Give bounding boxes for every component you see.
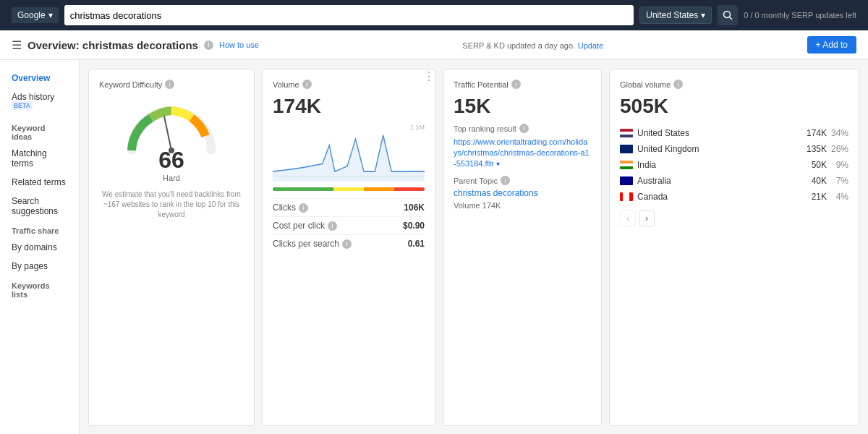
traffic-card: Traffic Potential i 15K Top ranking resu… [443,69,602,426]
page-title-area: ☰ Overview: christmas decorations i How … [12,38,259,52]
country-name-us: United States [620,128,798,138]
search-button[interactable] [718,5,738,25]
update-link[interactable]: Update [578,41,603,50]
cps-value: 0.61 [408,239,425,249]
flag-in [620,161,633,169]
nav-arrows: ‹ › [620,210,848,226]
sidebar-item-matching-terms[interactable]: Matching terms [0,144,79,173]
cps-row: Clicks per search i 0.61 [273,234,425,252]
search-input-wrap [64,5,634,25]
serp-updates-info: 0 / 0 monthly SERP updates left [744,11,856,20]
parent-topic-label: Parent Topic i [454,176,591,185]
country-volume-us: 174K [798,128,827,138]
pb-yellow [333,187,364,191]
cps-label: Clicks per search i [273,239,352,249]
gauge-container: 66 Hard [99,96,244,182]
clicks-row: Clicks i 106K [273,198,425,216]
location-dropdown-icon: ▾ [701,10,705,20]
pb-orange [364,187,394,191]
clicks-info-icon[interactable]: i [299,203,308,213]
volume-line-chart [273,124,425,182]
next-button[interactable]: › [639,210,655,226]
flag-us [620,129,633,137]
search-input[interactable] [70,10,629,21]
cpc-value: $0.90 [403,221,425,231]
kd-info-icon[interactable]: i [165,80,174,89]
clicks-label: Clicks i [273,203,308,213]
kd-difficulty-text: Hard [163,174,180,182]
parent-topic-info-icon[interactable]: i [501,176,510,185]
top-ranking-url[interactable]: https://www.orientaltrading.com/holidays… [454,137,590,168]
engine-dropdown-icon: ▾ [48,10,53,20]
sidebar-item-by-pages[interactable]: By pages [0,257,79,276]
svg-marker-5 [273,135,425,182]
result-dropdown[interactable]: ▾ [496,160,500,168]
global-info-icon[interactable]: i [673,80,683,89]
country-name-in: India [620,160,798,170]
flag-uk [620,145,633,153]
traffic-value: 15K [454,95,591,118]
how-to-use-link[interactable]: How to use [219,41,259,49]
volume-value: 174K [273,95,425,118]
pb-red [394,187,425,191]
serp-status-area: SERP & KD updated a day ago. Update [462,40,603,51]
kd-card: Keyword Difficulty i [88,69,255,426]
flag-ca [620,192,633,201]
location-selector[interactable]: United States ▾ [639,7,712,24]
page-title: Overview: christmas decorations [27,39,198,51]
cpc-info-icon[interactable]: i [328,221,337,231]
main-layout: Overview Ads history BETA Keyword ideas … [0,60,868,434]
top-ranking-label: Top ranking result i [454,124,591,133]
cpc-label: Cost per click i [273,221,337,231]
sidebar-item-overview[interactable]: Overview [0,69,79,88]
country-row-uk: United Kingdom 135K 26% [620,141,848,157]
location-label: United States [646,10,698,20]
sidebar-item-related-terms[interactable]: Related terms [0,173,79,192]
chart-max-label: 1.1M [410,124,425,131]
clicks-value: 106K [404,203,425,213]
info-icon-title[interactable]: i [204,41,213,50]
page-header: ☰ Overview: christmas decorations i How … [0,30,868,60]
top-ranking-info-icon[interactable]: i [519,124,529,133]
search-icon [723,10,733,20]
sidebar-item-search-suggestions[interactable]: Search suggestions [0,192,79,221]
sidebar-header-keyword-ideas: Keyword ideas [0,118,79,144]
country-name-au: Australia [620,176,798,186]
parent-topic-value[interactable]: christmas decorations [454,188,591,198]
prev-button[interactable]: ‹ [620,210,636,226]
add-to-button[interactable]: + Add to [807,36,856,54]
country-volume-au: 40K [798,176,827,186]
volume-info-icon[interactable]: i [302,80,312,89]
country-pct-us: 34% [827,128,848,138]
menu-icon[interactable]: ☰ [12,38,22,52]
sidebar-item-ads-history[interactable]: Ads history BETA [0,88,79,118]
global-label: Global volume i [620,80,848,89]
traffic-label: Traffic Potential i [454,80,591,89]
svg-point-0 [724,12,731,18]
country-row-us: United States 174K 34% [620,125,848,141]
volume-label: Volume i ⋮ [273,80,425,89]
traffic-volume-label: Volume 174K [454,201,591,210]
volume-progress-bar [273,187,425,191]
country-pct-au: 7% [827,176,848,186]
country-name-uk: United Kingdom [620,144,798,154]
country-pct-in: 9% [827,160,848,170]
kd-value: 66 [158,147,184,174]
country-row-au: Australia 40K 7% [620,173,848,189]
beta-badge: BETA [12,101,33,110]
traffic-info-icon[interactable]: i [511,80,521,89]
country-name-ca: Canada [620,192,798,202]
sidebar-item-by-domains[interactable]: By domains [0,238,79,257]
top-bar: Google ▾ United States ▾ 0 / 0 monthly S… [0,0,868,30]
pb-green [273,187,333,191]
svg-line-1 [730,17,733,20]
country-pct-uk: 26% [827,144,848,154]
volume-more-icon[interactable]: ⋮ [423,69,435,83]
serp-status-text: SERP & KD updated a day ago. [462,41,575,50]
svg-line-2 [164,116,171,150]
kd-label: Keyword Difficulty i [99,80,244,89]
cps-info-icon[interactable]: i [342,239,352,249]
engine-selector[interactable]: Google ▾ [12,7,59,23]
volume-chart: 1.1M [273,124,425,182]
global-card: Global volume i 505K United States 174K … [609,69,859,426]
